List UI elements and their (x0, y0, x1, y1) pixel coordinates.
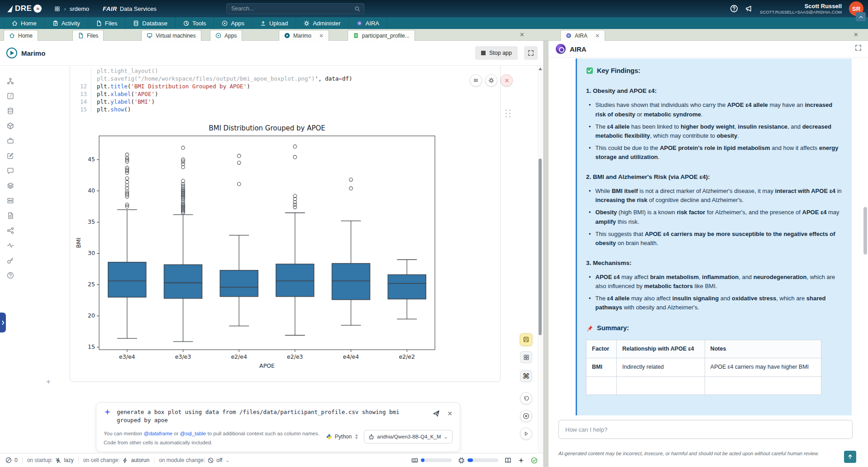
key-icon[interactable] (7, 257, 14, 264)
section-title: 2. BMI and Alzheimer's Risk (via APOE ε4… (586, 173, 843, 182)
tab-participant-profile-[interactable]: participant_profile... (348, 30, 415, 41)
keyboard-shortcuts-button[interactable]: ⌘ (520, 370, 532, 382)
nav-item-activity[interactable]: Activity (45, 17, 88, 29)
runtime-setting-0[interactable]: on startup:lazy (27, 457, 74, 463)
fullscreen-button[interactable] (524, 46, 538, 60)
doc-icon[interactable] (7, 212, 14, 219)
layers-icon[interactable] (7, 182, 14, 189)
runtime-setting-2[interactable]: on module change:off⌄ (159, 457, 229, 463)
chip-meter (458, 457, 498, 464)
add-cell-button[interactable]: + (46, 377, 51, 386)
runtime-setting-1[interactable]: on cell change:autorun (83, 457, 149, 463)
scroll-up-arrow-icon[interactable] (539, 67, 542, 70)
line-numbers: 12131415 (70, 67, 91, 113)
nav-item-aira[interactable]: AIRA (349, 17, 387, 29)
check-circle-icon[interactable] (531, 457, 538, 464)
breadcrumb[interactable]: srdemo (70, 5, 89, 12)
sparkle-icon[interactable] (518, 457, 525, 464)
nav-item-files[interactable]: Files (88, 17, 125, 29)
interrupt-button[interactable] (520, 410, 532, 422)
marimo-panel: Marimo Stop app f ❯ 12131415plt.tight_la… (0, 41, 543, 467)
cell-delete-button[interactable] (501, 74, 513, 87)
collapse-header-button[interactable] (856, 12, 866, 21)
sidebar-expand-handle[interactable]: ❯ (0, 313, 6, 332)
close-right-pane-icon[interactable]: ✕ (854, 31, 858, 38)
svg-text:40: 40 (88, 187, 95, 194)
help-icon[interactable] (730, 5, 738, 13)
announcements-icon[interactable] (745, 5, 753, 12)
marimo-side-rail: f (0, 66, 21, 453)
tab-files[interactable]: Files (72, 30, 104, 41)
svg-text:e2/e2: e2/e2 (399, 353, 415, 360)
pulse-icon[interactable] (7, 242, 14, 249)
language-select[interactable]: Python ▲▼ (326, 432, 358, 442)
errors-indicator[interactable]: 0 (5, 457, 18, 463)
layout-grid-button[interactable] (520, 351, 532, 363)
nav-item-apps[interactable]: Apps (214, 17, 253, 29)
close-prompt-icon[interactable]: ✕ (447, 410, 453, 417)
close-left-pane-icon[interactable]: ✕ (520, 31, 525, 38)
book-icon[interactable] (505, 457, 511, 464)
rows-icon[interactable] (7, 197, 14, 204)
aira-logo-icon (556, 44, 566, 54)
search-icon[interactable] (354, 6, 360, 12)
undo-button[interactable] (520, 392, 532, 404)
case-icon[interactable] (7, 137, 14, 144)
nav-item-database[interactable]: Database (125, 17, 176, 29)
cell-drag-handle[interactable] (506, 110, 511, 117)
tab-close-icon[interactable]: ✕ (595, 33, 600, 39)
tab-home[interactable]: Home (4, 30, 38, 41)
user-block[interactable]: Scott Russell SCOTT.RUSSELL+SAAS@ARIDHIA… (760, 3, 842, 15)
dre-logo[interactable]: DRE ≈ (8, 4, 42, 13)
scroll-to-bottom-button[interactable] (844, 451, 856, 463)
aira-scrollbar[interactable] (863, 58, 867, 467)
aira-scrollbar-thumb[interactable] (863, 207, 867, 255)
tree-icon[interactable] (7, 77, 14, 85)
search-input[interactable] (230, 5, 354, 12)
run-button[interactable] (520, 428, 532, 440)
model-select[interactable]: aridhia/Qwen3-8B-Q4_K_M ⌄ (364, 430, 453, 443)
nav-item-home[interactable]: Home (4, 17, 45, 29)
fx-icon[interactable]: f (7, 92, 14, 100)
mention-link[interactable]: @sql_table (180, 431, 206, 436)
code-editor[interactable]: plt.tight_layout() plt.savefig("/home/wo… (91, 67, 352, 113)
pane-splitter[interactable] (543, 41, 548, 467)
help-icon[interactable] (7, 272, 14, 279)
finding-bullet: •This suggests that APOE ε4 carriers may… (589, 230, 843, 248)
db-icon[interactable] (7, 107, 14, 115)
chat-icon[interactable] (7, 167, 14, 174)
notebook-area: 12131415plt.tight_layout() plt.savefig("… (21, 66, 537, 453)
cube-icon[interactable] (7, 122, 14, 130)
ai-prompt-input[interactable]: generate a box plot using data from /fil… (117, 408, 427, 424)
global-search[interactable] (226, 3, 364, 14)
share-icon[interactable] (7, 227, 14, 234)
tab-virtual-machines[interactable]: Virtual machines (141, 30, 201, 41)
tab-close-icon[interactable]: ✕ (319, 33, 324, 39)
workspaces-grid-icon[interactable] (54, 6, 60, 12)
nav-item-tools[interactable]: Tools (176, 17, 214, 29)
tab-strip: HomeFilesVirtual machinesAppsMarimo✕part… (0, 29, 868, 41)
notebook-scrollbar[interactable] (537, 66, 543, 453)
mention-link[interactable]: @dataframe (143, 431, 172, 436)
cell-menu-button[interactable] (470, 74, 482, 87)
aira-chat-input[interactable] (558, 420, 853, 439)
pie-icon (183, 20, 189, 26)
tab-aira[interactable]: AIRA✕ (560, 30, 605, 41)
clipboard-icon (52, 20, 58, 26)
finding-bullet: •This could be due to the APOE protein's… (589, 144, 843, 162)
nav-item-upload[interactable]: Upload (253, 17, 296, 29)
check-badge-icon (586, 67, 593, 74)
cell-settings-button[interactable] (485, 74, 497, 87)
stop-app-button[interactable]: Stop app (475, 46, 518, 60)
aira-fullscreen-button[interactable] (855, 44, 862, 51)
fair-logo: FAIR (103, 5, 117, 12)
save-notebook-button[interactable] (520, 333, 532, 346)
zap-icon (122, 457, 128, 463)
edit-icon[interactable] (7, 152, 14, 159)
play-circle-icon (215, 33, 221, 39)
nav-item-administer[interactable]: Administer (296, 17, 348, 29)
send-prompt-icon[interactable] (433, 410, 440, 417)
tab-marimo[interactable]: Marimo✕ (279, 30, 329, 41)
tab-apps[interactable]: Apps (210, 30, 242, 41)
notebook-scrollbar-thumb[interactable] (539, 159, 542, 335)
